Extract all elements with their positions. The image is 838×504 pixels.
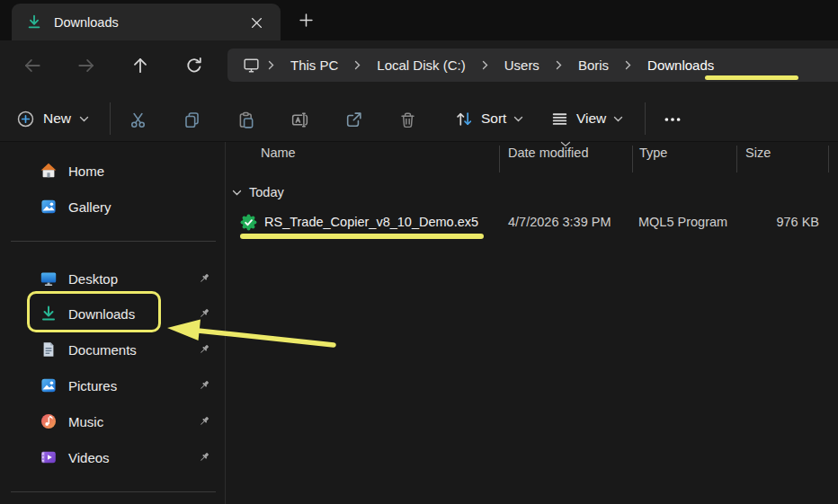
breadcrumb-highlight-underline [705, 75, 798, 80]
sidebar-item-label: Downloads [68, 306, 197, 322]
toolbar-divider [645, 102, 646, 135]
file-row[interactable]: RS_Trade_Copier_v8_10_Demo.ex5 4/7/2026 … [230, 208, 833, 236]
column-divider[interactable] [499, 146, 500, 172]
breadcrumb-users[interactable]: Users [495, 57, 548, 73]
pin-icon [197, 414, 211, 429]
sidebar-item-music[interactable]: Music [7, 403, 218, 439]
close-icon [251, 17, 263, 29]
paste-button[interactable] [227, 106, 263, 133]
file-size: 976 KB [737, 215, 819, 229]
breadcrumb-downloads[interactable]: Downloads [638, 57, 723, 73]
tab-title: Downloads [54, 15, 119, 30]
sidebar-item-gallery[interactable]: Gallery [7, 189, 218, 225]
chevron-down-icon [513, 116, 523, 122]
sidebar-item-label: Documents [68, 342, 197, 358]
column-header-type[interactable]: Type [639, 146, 667, 160]
videos-icon [40, 448, 58, 466]
chevron-right-icon [352, 60, 362, 70]
share-button[interactable] [335, 106, 371, 133]
toolbar-divider [110, 102, 111, 135]
cut-button[interactable] [120, 106, 156, 133]
sidebar-item-videos[interactable]: Videos [7, 439, 218, 475]
new-button-label: New [43, 111, 71, 127]
pin-icon [197, 271, 211, 286]
back-button[interactable] [18, 52, 47, 79]
paste-icon [236, 111, 255, 129]
view-button[interactable]: View [550, 105, 623, 132]
column-header-name[interactable]: Name [261, 146, 296, 160]
tab-close-button[interactable] [245, 12, 268, 33]
file-explorer-window: Downloads [0, 0, 838, 504]
new-tab-button[interactable] [293, 9, 318, 31]
pin-icon [197, 378, 211, 393]
sidebar-separator [11, 241, 216, 242]
sort-button[interactable]: Sort [455, 105, 523, 132]
column-divider[interactable] [828, 146, 829, 172]
ellipsis-icon [663, 110, 682, 129]
pictures-icon [40, 376, 58, 394]
chevron-right-icon [480, 60, 490, 70]
sidebar-item-label: Music [68, 414, 197, 429]
sidebar-item-label: Videos [68, 450, 197, 465]
sidebar-item-pictures[interactable]: Pictures [7, 367, 218, 403]
file-date-modified: 4/7/2026 3:39 PM [508, 215, 611, 229]
home-icon [40, 162, 58, 180]
documents-icon [40, 340, 58, 358]
chevron-right-icon [623, 60, 633, 70]
breadcrumb-this-pc[interactable]: This PC [281, 57, 347, 73]
music-icon [40, 412, 58, 430]
titlebar: Downloads [0, 0, 838, 40]
sidebar-item-label: Desktop [68, 271, 197, 287]
copy-icon [183, 111, 201, 129]
breadcrumb-local-disk[interactable]: Local Disk (C:) [368, 57, 474, 73]
new-plus-icon [16, 110, 35, 128]
mql5-program-icon [239, 213, 258, 232]
rename-button[interactable] [281, 106, 317, 133]
view-list-icon [550, 110, 569, 128]
this-pc-icon [242, 56, 261, 75]
sidebar-separator [11, 491, 216, 492]
forward-button[interactable] [72, 52, 101, 79]
column-divider[interactable] [736, 146, 737, 172]
rename-icon [290, 111, 309, 129]
tab-downloads[interactable]: Downloads [12, 4, 281, 40]
refresh-button[interactable] [180, 52, 209, 79]
copy-button[interactable] [174, 106, 210, 133]
share-icon [344, 111, 363, 129]
group-label: Today [249, 185, 284, 199]
sidebar-item-home[interactable]: Home [7, 153, 218, 189]
new-button[interactable]: New [16, 105, 89, 132]
sidebar-item-label: Home [68, 164, 218, 179]
forward-icon [76, 56, 96, 75]
sidebar-item-documents[interactable]: Documents [7, 332, 218, 367]
gallery-icon [40, 198, 58, 216]
column-header-date-modified[interactable]: Date modified [508, 146, 588, 160]
sidebar: Home Gallery [0, 142, 226, 504]
sort-button-label: Sort [481, 111, 506, 127]
pin-icon [197, 342, 211, 357]
file-type: MQL5 Program [638, 215, 727, 229]
column-header-size[interactable]: Size [745, 146, 771, 160]
chevron-right-icon [266, 60, 276, 70]
pin-icon [197, 450, 211, 464]
scissors-icon [129, 111, 147, 129]
chevron-right-icon [554, 60, 564, 70]
view-button-label: View [576, 111, 606, 127]
up-button[interactable] [126, 52, 155, 79]
desktop-icon [40, 270, 58, 287]
downloads-icon [40, 305, 58, 323]
sidebar-item-label: Pictures [68, 378, 197, 393]
refresh-icon [184, 56, 204, 75]
download-icon [26, 13, 42, 31]
delete-button[interactable] [389, 106, 425, 133]
sidebar-item-label: Gallery [68, 199, 218, 215]
column-divider[interactable] [632, 146, 633, 172]
sidebar-item-downloads[interactable]: Downloads [7, 296, 218, 332]
sidebar-item-desktop[interactable]: Desktop [7, 261, 218, 296]
breadcrumb-boris[interactable]: Boris [569, 57, 618, 73]
group-header-today[interactable]: Today [232, 185, 284, 199]
up-arrow-icon [130, 56, 150, 75]
more-options-button[interactable] [655, 106, 691, 133]
plus-icon [299, 13, 313, 27]
trash-icon [398, 111, 417, 129]
